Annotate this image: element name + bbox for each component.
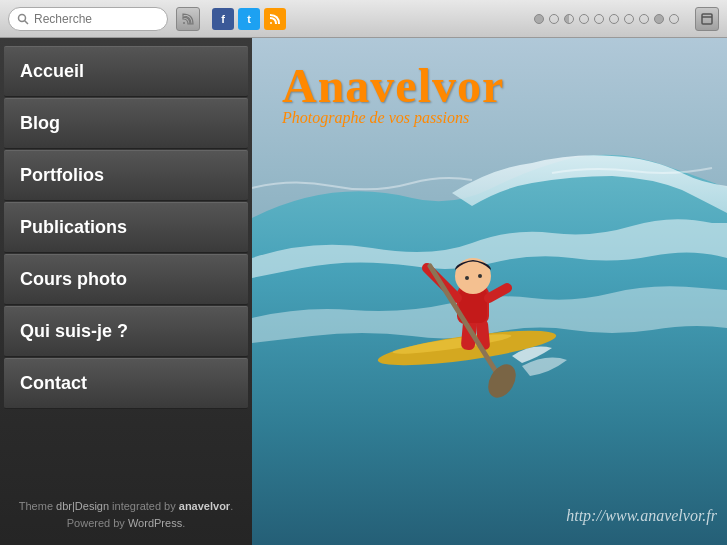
- sidebar-item-portfolios[interactable]: Portfolios: [4, 150, 248, 201]
- nav-menu: Accueil Blog Portfolios Publications Cou…: [0, 38, 252, 409]
- dot-1: [534, 14, 544, 24]
- content-area: Anavelvor Photographe de vos passions ht…: [252, 38, 727, 545]
- social-icons: f t: [212, 8, 286, 30]
- svg-point-17: [455, 258, 491, 294]
- url-overlay: http://www.anavelvor.fr: [566, 507, 717, 525]
- svg-rect-2: [183, 22, 185, 24]
- sidebar-footer: Theme dbr|Design integrated by anavelvor…: [0, 486, 252, 545]
- svg-point-0: [19, 14, 26, 21]
- brand-link[interactable]: anavelvor: [179, 500, 230, 512]
- sidebar-item-contact[interactable]: Contact: [4, 358, 248, 409]
- dot-4: [579, 14, 589, 24]
- dot-3: [564, 14, 574, 24]
- svg-rect-3: [270, 22, 272, 24]
- dot-10: [669, 14, 679, 24]
- rss-button[interactable]: [176, 7, 200, 31]
- sidebar-item-cours-photo[interactable]: Cours photo: [4, 254, 248, 305]
- dot-9: [654, 14, 664, 24]
- top-bar: f t: [0, 0, 727, 38]
- dot-7: [624, 14, 634, 24]
- dot-6: [609, 14, 619, 24]
- rss-social-icon[interactable]: [264, 8, 286, 30]
- search-icon: [17, 13, 29, 25]
- wordpress-link[interactable]: WordPress: [128, 517, 182, 529]
- window-button[interactable]: [695, 7, 719, 31]
- hero-image: Anavelvor Photographe de vos passions ht…: [252, 38, 727, 545]
- sidebar-item-accueil[interactable]: Accueil: [4, 46, 248, 97]
- dot-5: [594, 14, 604, 24]
- logo-title: Anavelvor: [282, 58, 504, 113]
- dot-2: [549, 14, 559, 24]
- logo-overlay: Anavelvor Photographe de vos passions: [282, 58, 504, 127]
- dot-8: [639, 14, 649, 24]
- svg-point-19: [478, 274, 482, 278]
- theme-link[interactable]: dbr|Design: [56, 500, 109, 512]
- svg-line-1: [25, 20, 29, 24]
- sidebar-item-qui-suis-je[interactable]: Qui suis-je ?: [4, 306, 248, 357]
- search-box: [8, 7, 168, 31]
- svg-rect-4: [702, 14, 712, 24]
- browser-dots: [534, 14, 679, 24]
- sidebar-item-blog[interactable]: Blog: [4, 98, 248, 149]
- facebook-icon[interactable]: f: [212, 8, 234, 30]
- footer-theme-text: Theme dbr|Design integrated by anavelvor…: [16, 498, 236, 516]
- sidebar: Accueil Blog Portfolios Publications Cou…: [0, 38, 252, 545]
- main-layout: Accueil Blog Portfolios Publications Cou…: [0, 38, 727, 545]
- sidebar-item-publications[interactable]: Publications: [4, 202, 248, 253]
- footer-powered-text: Powered by WordPress.: [16, 515, 236, 533]
- twitter-icon[interactable]: t: [238, 8, 260, 30]
- search-input[interactable]: [34, 12, 154, 26]
- svg-point-18: [465, 276, 469, 280]
